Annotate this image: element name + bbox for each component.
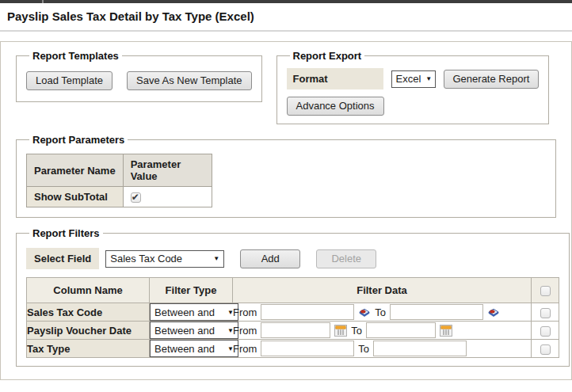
add-filter-button[interactable]: Add xyxy=(240,249,300,268)
filter-from-input[interactable] xyxy=(261,322,330,338)
from-label: From xyxy=(233,343,257,355)
lookup-icon[interactable] xyxy=(358,306,371,318)
filters-header-row: Column Name Filter Type Filter Data xyxy=(27,278,559,303)
parameter-name-header: Parameter Name xyxy=(27,154,124,187)
filter-data-header: Filter Data xyxy=(233,278,532,303)
to-label: To xyxy=(358,343,369,355)
format-select-value: Excel xyxy=(396,73,421,85)
to-label: To xyxy=(375,306,386,318)
format-select[interactable]: Excel ▼ xyxy=(391,70,436,88)
select-all-checkbox[interactable] xyxy=(540,286,551,296)
table-row: Payslip Voucher Date Between and ▼ From xyxy=(27,322,559,340)
parameter-value-header: Parameter Value xyxy=(123,154,212,187)
select-field-label: Select Field xyxy=(26,248,99,269)
report-templates-legend: Report Templates xyxy=(29,50,122,62)
from-label: From xyxy=(233,306,257,318)
table-row: Sales Tax Code Between and ▼ From xyxy=(27,303,559,322)
filter-type-select[interactable]: Between and ▼ xyxy=(150,340,238,357)
calendar-icon[interactable] xyxy=(440,325,452,337)
page-title: Payslip Sales Tax Detail by Tax Type (Ex… xyxy=(0,3,572,32)
row-select-checkbox[interactable] xyxy=(540,344,551,355)
report-templates-section: Report Templates Load Template Save As N… xyxy=(16,50,262,102)
lookup-icon[interactable] xyxy=(487,306,500,318)
filter-to-input[interactable] xyxy=(390,304,483,320)
filter-row-name: Tax Type xyxy=(27,340,150,358)
parameters-header-row: Parameter Name Parameter Value xyxy=(27,154,212,187)
chevron-down-icon: ▼ xyxy=(213,255,219,262)
row-select-checkbox[interactable] xyxy=(540,308,551,318)
generate-report-button[interactable]: Generate Report xyxy=(444,70,540,89)
filter-from-input[interactable] xyxy=(261,341,354,356)
report-parameters-section: Report Parameters Parameter Name Paramet… xyxy=(16,134,556,218)
report-export-section: Report Export Format Excel ▼ Generate Re… xyxy=(276,50,550,124)
tab-divider xyxy=(42,0,44,3)
filter-from-input[interactable] xyxy=(261,304,354,320)
report-parameters-legend: Report Parameters xyxy=(29,134,128,146)
report-filters-legend: Report Filters xyxy=(29,227,103,239)
filter-to-input[interactable] xyxy=(373,341,467,356)
report-config-panel: Report Templates Load Template Save As N… xyxy=(0,41,572,380)
delete-filter-button[interactable]: Delete xyxy=(316,249,376,268)
filters-table: Column Name Filter Type Filter Data Sale… xyxy=(26,277,559,358)
advance-options-button[interactable]: Advance Options xyxy=(287,97,384,116)
column-name-header: Column Name xyxy=(27,278,150,303)
filter-type-select[interactable]: Between and ▼ xyxy=(150,303,238,321)
load-template-button[interactable]: Load Template xyxy=(26,71,112,90)
filter-type-value: Between and xyxy=(154,325,215,337)
parameters-table: Parameter Name Parameter Value Show SubT… xyxy=(26,154,212,207)
report-filters-section: Report Filters Select Field Sales Tax Co… xyxy=(16,227,570,367)
from-label: From xyxy=(233,325,257,337)
filter-type-select[interactable]: Between and ▼ xyxy=(150,322,238,339)
filter-type-value: Between and xyxy=(154,306,215,318)
to-label: To xyxy=(351,325,362,337)
select-field-value: Sales Tax Code xyxy=(110,253,182,265)
chevron-down-icon: ▼ xyxy=(425,75,432,82)
filter-row-name: Payslip Voucher Date xyxy=(27,322,150,340)
filter-to-input[interactable] xyxy=(366,322,436,338)
browser-chrome-bar xyxy=(0,0,572,3)
row-select-checkbox[interactable] xyxy=(540,326,551,337)
filter-row-name: Sales Tax Code xyxy=(27,303,150,322)
select-field-dropdown[interactable]: Sales Tax Code ▼ xyxy=(105,250,224,268)
save-as-new-template-button[interactable]: Save As New Template xyxy=(127,71,251,90)
table-row: Show SubTotal xyxy=(27,187,212,207)
parameter-name-cell: Show SubTotal xyxy=(27,187,124,207)
report-export-legend: Report Export xyxy=(290,50,365,62)
filter-type-header: Filter Type xyxy=(150,278,233,303)
filter-type-value: Between and xyxy=(154,343,215,355)
table-row: Tax Type Between and ▼ From To xyxy=(27,340,559,358)
format-label: Format xyxy=(287,68,383,89)
calendar-icon[interactable] xyxy=(334,325,347,337)
show-subtotal-checkbox[interactable] xyxy=(131,192,141,203)
